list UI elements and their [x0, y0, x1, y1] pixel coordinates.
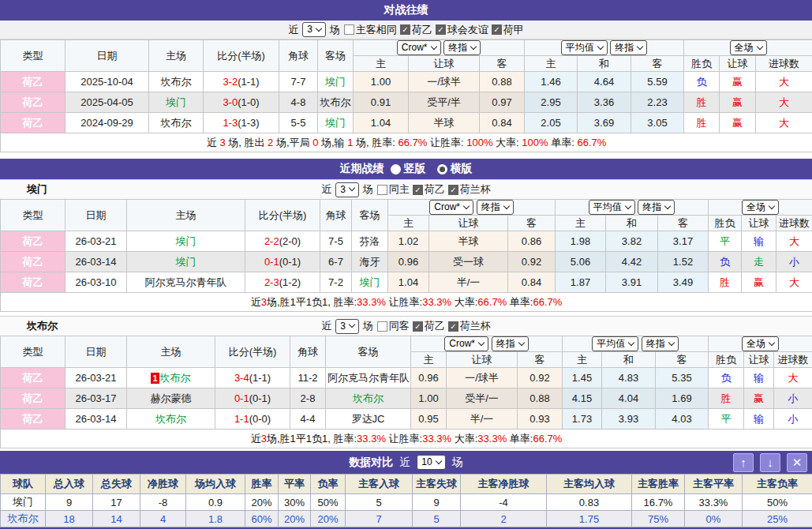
team1-odds-type-select[interactable]: 终指 [477, 200, 514, 215]
team2-checkbox-0[interactable]: 同客 [377, 319, 410, 333]
recent-title: 近期战绩 [340, 162, 384, 176]
team2-checkbox-1[interactable]: ✓荷乙 [413, 319, 445, 333]
h2h-scope-select[interactable]: 全场 [730, 40, 767, 55]
h2h-avg-source-select[interactable]: 平均值 [561, 40, 608, 55]
stat-cell: 20% [245, 494, 279, 511]
summary-segment: 66.7% [577, 137, 606, 148]
stat-cell: 33.3% [685, 494, 743, 511]
page: 对战往绩 近 3 场 主客相同✓荷乙✓球会友谊✓荷甲 类型日期主场比分(半场)角… [0, 0, 812, 529]
halftime-score: (1-1) [249, 372, 271, 384]
avg-odds-cell-2: 3.05 [631, 113, 684, 133]
odds-cell-1: 半球 [429, 231, 508, 252]
avg-odds-cell-0: 1.46 [525, 72, 578, 92]
h2h-checkbox-1[interactable]: ✓荷乙 [400, 23, 432, 37]
team2-scope-dropdown: 全场 [709, 336, 812, 352]
unchecked-checkbox-icon [344, 24, 354, 35]
recent-team2-filter-row: 坎布尔 近 3 场 同客✓荷乙✓荷兰杯 [0, 316, 812, 336]
h2h-checkbox-0[interactable]: 主客相同 [344, 23, 397, 37]
stat-cell: 17 [93, 494, 140, 511]
h2h-odds-source-select[interactable]: Crow* [397, 40, 441, 55]
chevron-down-icon [624, 202, 631, 208]
score-cell: 2-2(2-0) [245, 231, 320, 252]
compare-col-4: 场均入球 [186, 475, 245, 494]
result-cell-1: 输 [744, 368, 774, 388]
league-cell: 荷乙 [1, 368, 65, 388]
team-name: 埃门 [166, 96, 186, 108]
team1-avg-type-select[interactable]: 终指 [638, 200, 675, 215]
team2-subcol-1: 让球 [447, 352, 518, 368]
summary-segment: 场,胜1平1负1, 胜率: [267, 296, 357, 308]
h2h-near-count-select[interactable]: 3 [302, 22, 326, 37]
team1-checkbox-0[interactable]: 同主 [377, 182, 410, 197]
team2-scope-select[interactable]: 全场 [742, 336, 779, 351]
score-cell: 1-3(1-3) [204, 113, 279, 133]
h2h-odds-type-select[interactable]: 终指 [443, 40, 481, 55]
h2h-checkbox-2[interactable]: ✓球会友谊 [436, 23, 488, 37]
odds-cell-0: 0.91 [354, 92, 409, 113]
scroll-up-button[interactable]: ↑ [733, 453, 754, 472]
result-cell-2: 小 [774, 409, 812, 430]
corner-cell: 7-5 [320, 231, 352, 252]
compare-near-count-select[interactable]: 10 [417, 455, 445, 470]
stat-cell: 50% [743, 494, 812, 511]
fulltime-score: 3-0 [223, 96, 238, 108]
team2-row-1: 荷乙26-03-17赫尔蒙德0-1(0-1)2-8坎布尔1.00受半/一0.88… [1, 388, 812, 409]
checked-checkbox-icon: ✓ [436, 24, 446, 35]
team-name: 海牙 [360, 256, 380, 268]
odds-cell-1: 受一球 [429, 252, 508, 272]
chevron-down-icon [668, 339, 675, 345]
compare-title: 数据对比 [349, 456, 393, 470]
h2h-row-0: 荷乙2025-10-04坎布尔3-2(1-1)7-7埃门1.00一/球半0.88… [1, 72, 812, 92]
avg-odds-cell-2: 3.17 [658, 231, 709, 252]
team1-avg-source-select[interactable]: 平均值 [589, 200, 635, 215]
team2-odds-type-select[interactable]: 终指 [492, 336, 529, 351]
recent-team2-near-count-select[interactable]: 3 [335, 319, 359, 334]
team2-odds-source-select[interactable]: Crow* [444, 336, 488, 351]
avg-odds-cell-1: 4.83 [602, 368, 656, 388]
stat-cell: 9 [413, 494, 461, 511]
team1-scope-dropdown: 全场 [709, 200, 812, 216]
date-cell: 26-03-14 [65, 409, 127, 430]
h2h-scope-dropdown: 全场 [684, 40, 812, 56]
team1-checkbox-2[interactable]: ✓荷兰杯 [448, 182, 491, 197]
h2h-avg-type-select[interactable]: 终指 [610, 40, 647, 55]
team2-avg-source-select[interactable]: 平均值 [592, 336, 638, 351]
result-cell-0: 负 [709, 368, 744, 388]
recent-team1-filter-row: 埃门 近 3 场 同主✓荷乙✓荷兰杯 [0, 179, 812, 199]
odds-cell-0: 1.04 [354, 113, 409, 133]
h2h-title: 对战往绩 [384, 3, 428, 17]
team2-subcol-4: 和 [602, 352, 656, 368]
compare-col-3: 净胜球 [140, 475, 186, 494]
layout-radio-0[interactable]: 竖版 [391, 162, 426, 176]
layout-radio-1[interactable]: 横版 [437, 162, 473, 176]
stat-cell: 20% [311, 511, 346, 527]
stat-cell: 25% [743, 511, 812, 527]
team1-checkbox-1[interactable]: ✓荷乙 [413, 182, 445, 197]
odds-cell-1: 一/球半 [409, 72, 480, 92]
team1-scope-select[interactable]: 全场 [742, 200, 779, 215]
scroll-down-button[interactable]: ↓ [760, 453, 780, 472]
team2-checkbox-2[interactable]: ✓荷兰杯 [448, 319, 491, 333]
avg-odds-cell-2: 2.23 [631, 92, 684, 113]
team2-subcol-7: 让球 [744, 352, 774, 368]
recent-team1-near-count-select[interactable]: 3 [335, 182, 359, 197]
team2-avg-type-select[interactable]: 终指 [642, 336, 679, 351]
halftime-score: (0-0) [249, 413, 271, 425]
h2h-checkbox-3[interactable]: ✓荷甲 [492, 23, 524, 37]
h2h-table: 类型日期主场比分(半场)角球客场Crow* 终指平均值 终指全场主让球客主和客胜… [0, 39, 812, 152]
home-team-cell: 埃门 [127, 252, 245, 272]
odds-cell-2: 0.92 [518, 368, 563, 388]
home-team-cell: 坎布尔 [149, 72, 204, 92]
summary-segment: 单率: [507, 433, 533, 445]
team1-odds-source-select[interactable]: Crow* [429, 200, 473, 215]
corner-cell: 7-7 [279, 72, 318, 92]
chevron-down-icon [664, 202, 671, 208]
close-button[interactable]: ✕ [787, 453, 807, 472]
odds-cell-1: 半球 [409, 113, 480, 133]
result-cell-1: 赢 [720, 92, 756, 113]
stat-cell: 5 [346, 494, 413, 511]
league-cell: 荷乙 [1, 231, 65, 252]
date-cell: 26-03-14 [65, 252, 127, 272]
summary-segment: 单率: [548, 137, 578, 148]
stat-cell: 50% [311, 494, 346, 511]
